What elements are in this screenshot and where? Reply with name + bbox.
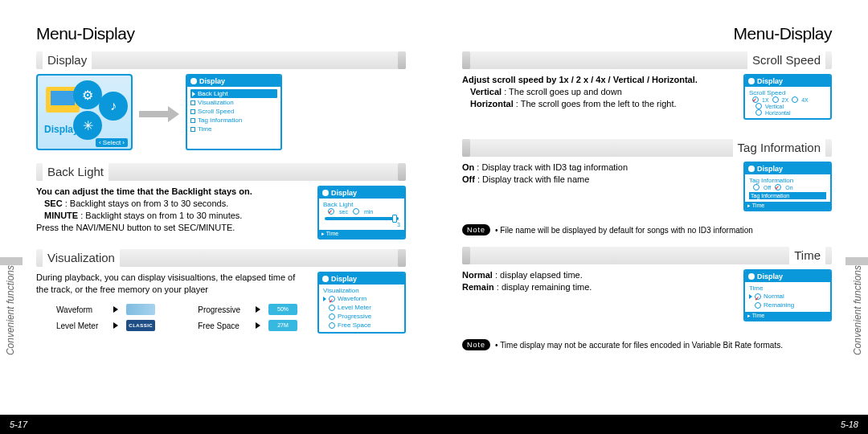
scroll-row: Adjust scroll speed by 1x / 2 x / 4x / V… <box>462 74 832 120</box>
viz-row: During playback, you can display visisua… <box>36 272 406 334</box>
page-title-right: Menu-Display <box>462 24 832 43</box>
note-pill: Note <box>462 224 490 235</box>
gear-icon <box>190 78 197 84</box>
page-title-left: Menu-Display <box>36 24 406 43</box>
section-scroll: Scroll Speed <box>462 51 832 69</box>
section-display: Display <box>36 51 406 69</box>
page-left: Menu-Display Display ⚙ ♪ ✳ Display ‹ Sel… <box>0 0 434 434</box>
section-visualization: Visualization <box>36 249 406 267</box>
gear-icon <box>748 78 755 84</box>
section-tag: Tag Information <box>462 139 832 157</box>
system-icon: ⚙ <box>73 80 102 109</box>
page-right: Menu-Display Scroll Speed Adjust scroll … <box>434 0 868 434</box>
section-time: Time <box>462 247 832 264</box>
display-row: ⚙ ♪ ✳ Display ‹ Select › Display Back Li… <box>36 74 406 150</box>
arrow-icon <box>133 99 186 126</box>
gear-icon <box>322 190 329 196</box>
footer-left: 5-17 <box>0 415 434 434</box>
section-scroll-title: Scroll Speed <box>747 51 825 69</box>
note-pill: Note <box>462 339 490 350</box>
side-label-right: Convenient functions <box>852 265 863 355</box>
music-icon: ♪ <box>99 92 128 121</box>
viz-shot: Display Visualization Waveform Level Met… <box>317 272 406 334</box>
tag-note: Note • File name will be displayed by de… <box>462 224 753 235</box>
section-visualization-title: Visualization <box>43 249 120 267</box>
backlight-shot: Display Back Light sec min 3 ▸ Time <box>317 186 406 240</box>
section-time-title: Time <box>789 247 825 264</box>
time-row: Normal : display elapsed time. Remain : … <box>462 269 832 321</box>
scroll-shot: Display Scroll Speed 1X 2X 4X Vertical H… <box>743 74 832 120</box>
section-backlight-title: Back Light <box>43 163 108 181</box>
side-label-left: Convenient functions <box>5 265 16 355</box>
section-display-title: Display <box>43 51 92 69</box>
time-shot: Display Time Normal Remaining ▸ Time <box>743 269 832 321</box>
section-tag-title: Tag Information <box>733 139 825 157</box>
tag-row: On : Display track with ID3 tag informat… <box>462 162 832 211</box>
section-backlight: Back Light <box>36 163 406 181</box>
footer-right: 5-18 <box>434 415 868 434</box>
gear-icon <box>748 166 755 172</box>
display-illustration: ⚙ ♪ ✳ Display ‹ Select › <box>36 74 133 150</box>
tag-shot: Display Tag Information Off On Tag Infor… <box>743 162 832 211</box>
time-note: Note • Time display may not be accurate … <box>462 339 783 350</box>
backlight-row: You can adjust the time that the Backlig… <box>36 186 406 240</box>
gear-icon <box>322 276 329 282</box>
display-shot: Display Back Light Visualization Scroll … <box>186 74 282 150</box>
gear-icon <box>748 273 755 280</box>
